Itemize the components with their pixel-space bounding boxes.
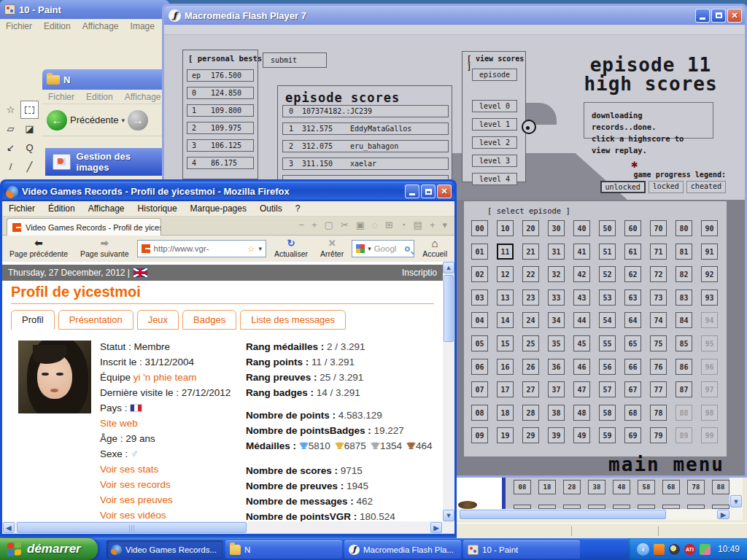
home-button[interactable]: ⌂ Accueil (417, 236, 453, 261)
hscroll-thumb[interactable] (17, 522, 247, 533)
episode-cell-00[interactable]: 00 (471, 220, 488, 236)
episode-cell-29[interactable]: 29 (522, 427, 539, 443)
episode-cell-86[interactable]: 86 (676, 359, 692, 375)
profile-tab-jeux[interactable]: Jeux (137, 310, 179, 330)
personal-best-row[interactable]: ep176.500 (187, 69, 254, 82)
page-icon[interactable]: ▢ (325, 219, 333, 230)
profile-link-voir-ses-vidéos[interactable]: Voir ses vidéos (100, 510, 166, 521)
firefox-menu-?[interactable]: ? (289, 202, 307, 215)
team-link[interactable]: yi 'n phie team (133, 372, 197, 383)
episode-cell-34[interactable]: 34 (548, 312, 565, 328)
episode-cell-65[interactable]: 65 (624, 335, 641, 351)
episode-cell-60[interactable]: 60 (624, 220, 641, 236)
caret-down-icon[interactable]: ▾ (442, 219, 447, 230)
forward-page-button[interactable]: ➡ Page suivante (74, 236, 135, 261)
personal-best-row[interactable]: 2109.975 (187, 122, 254, 134)
episode-cell-85[interactable]: 85 (676, 335, 692, 351)
episode-cell-31[interactable]: 31 (548, 244, 565, 260)
episode-cell-26[interactable]: 26 (522, 359, 539, 375)
episode-cell-03[interactable]: 03 (471, 289, 488, 306)
circle-icon[interactable]: ◌ (372, 219, 378, 230)
episode-cell-32[interactable]: 32 (548, 266, 565, 282)
horizontal-scrollbar[interactable]: ◀ ▶ (2, 521, 454, 534)
paint-titlebar[interactable]: 10 - Paint (0, 0, 169, 19)
bookmark-star-icon[interactable]: ☆ (247, 244, 255, 254)
episode-cell-62[interactable]: 62 (624, 266, 641, 282)
view-level-3-button[interactable]: level 3 (472, 155, 517, 167)
search-icon[interactable] (405, 246, 410, 252)
episode-cell-78[interactable]: 78 (650, 405, 667, 421)
copy-icon[interactable]: ▣ (356, 219, 365, 230)
minus-icon[interactable]: − (298, 219, 304, 230)
close-button[interactable]: ✕ (727, 9, 742, 23)
personal-best-row[interactable]: 1109.800 (187, 104, 254, 117)
episode-cell-27[interactable]: 27 (522, 381, 539, 397)
paint-menu-image[interactable]: Image (125, 20, 160, 33)
scissors-icon[interactable]: ✂ (341, 219, 349, 230)
episode-cell-21[interactable]: 21 (522, 244, 539, 260)
profile-tab-présentation[interactable]: Présentation (58, 310, 133, 330)
maximize-button[interactable] (711, 9, 726, 23)
episode-cell-07[interactable]: 07 (471, 381, 488, 397)
taskbar-task-firefox[interactable]: Video Games Records... (107, 540, 223, 559)
episode-cell-64[interactable]: 64 (624, 312, 641, 328)
episode-cell-49[interactable]: 49 (573, 427, 590, 443)
firefox-menu-fichier[interactable]: Fichier (2, 202, 42, 215)
episode-cell-12[interactable]: 12 (497, 266, 514, 282)
tray-collapse-chevron[interactable]: ‹ (637, 543, 649, 556)
episode-cell-06[interactable]: 06 (471, 359, 488, 375)
magnifier-tool-icon[interactable]: Q (20, 139, 39, 157)
firefox-menu-dition[interactable]: Édition (42, 202, 82, 215)
background-horizontal-scrollbar[interactable]: ▶ (457, 509, 743, 520)
episode-cell-44[interactable]: 44 (573, 312, 590, 328)
episode-cell-22[interactable]: 22 (522, 266, 539, 282)
episode-cell-36[interactable]: 36 (548, 359, 565, 375)
scroll-left-arrow[interactable]: ◀ (3, 522, 15, 533)
personal-best-row[interactable]: 486.175 (187, 157, 254, 169)
stop-button[interactable]: ✕ Arrêter (314, 236, 349, 261)
episode-cell-87[interactable]: 87 (676, 381, 692, 397)
episode-score-row[interactable]: 0107374182.:JC239 (282, 105, 449, 117)
profile-tab-liste-des-messages[interactable]: Liste des messages (240, 310, 346, 330)
profile-link-voir-ses-preuves[interactable]: Voir ses preuves (100, 494, 173, 505)
episode-cell-67[interactable]: 67 (624, 381, 641, 397)
episode-score-row[interactable]: 2312.075eru_bahagon (282, 140, 449, 152)
episode-cell-53[interactable]: 53 (599, 289, 616, 306)
taskbar-task-paint[interactable]: 10 - Paint (463, 540, 580, 559)
back-page-button[interactable]: ⬅ Page précédente (4, 236, 74, 261)
search-tool-icon[interactable] (669, 544, 680, 555)
episode-cell-14[interactable]: 14 (497, 312, 514, 328)
episode-score-row[interactable]: 3311.150xaelar (282, 158, 449, 170)
java-icon[interactable] (654, 544, 665, 555)
episode-cell-17[interactable]: 17 (497, 381, 514, 397)
episode-cell-74[interactable]: 74 (650, 312, 667, 328)
firefox-menu-marquepages[interactable]: Marque-pages (184, 202, 253, 215)
explorer-titlebar[interactable]: N (42, 69, 168, 90)
episode-cell-90[interactable]: 90 (701, 220, 718, 236)
episode-cell-25[interactable]: 25 (522, 335, 539, 351)
profile-link-site-web[interactable]: Site web (100, 418, 138, 429)
episode-cell-68[interactable]: 68 (624, 405, 641, 421)
firefox-menu-historique[interactable]: Historique (131, 202, 184, 215)
search-engine-caret[interactable]: ▾ (368, 245, 371, 252)
episode-cell-30[interactable]: 30 (548, 220, 565, 236)
episode-cell-16[interactable]: 16 (497, 359, 514, 375)
uk-flag-icon[interactable] (133, 268, 147, 277)
add-icon[interactable]: + (430, 219, 436, 230)
episode-cell-56[interactable]: 56 (599, 359, 616, 375)
paint-menu-affichage[interactable]: Affichage (77, 20, 125, 33)
submit-button[interactable]: submit (263, 52, 327, 68)
episode-cell-38[interactable]: 38 (548, 405, 565, 421)
explorer-menu-fichier[interactable]: Fichier (42, 90, 80, 104)
scroll-right-arrow[interactable]: ▶ (717, 510, 729, 519)
view-level-4-button[interactable]: level 4 (472, 173, 517, 185)
episode-cell-43[interactable]: 43 (573, 289, 590, 306)
episode-cell-81[interactable]: 81 (676, 244, 692, 260)
taskbar-task-flash[interactable]: ƒMacromedia Flash Pla... (344, 540, 461, 559)
profile-tab-badges[interactable]: Badges (182, 310, 236, 330)
episode-cell-13[interactable]: 13 (497, 289, 514, 306)
episode-cell-23[interactable]: 23 (522, 289, 539, 306)
episode-cell-92[interactable]: 92 (701, 266, 718, 282)
freeform-select-tool-icon[interactable]: ☆ (1, 101, 20, 119)
episode-cell-24[interactable]: 24 (522, 312, 539, 328)
